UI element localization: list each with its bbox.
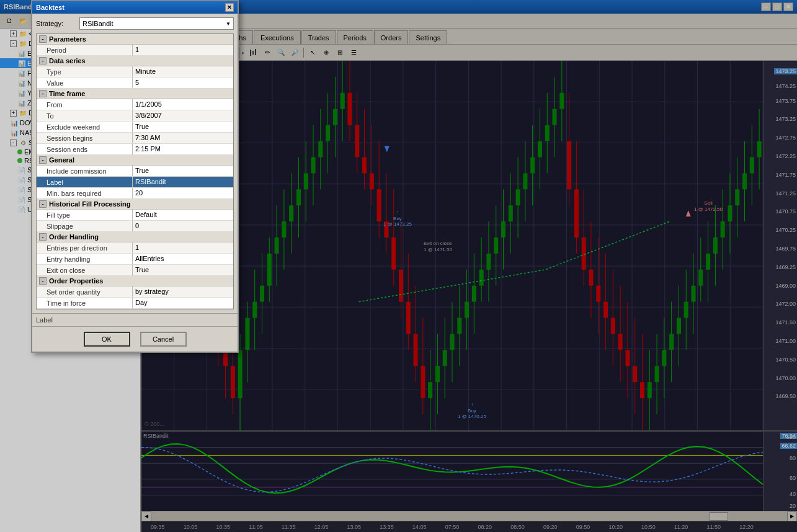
modal-overlay: Backtest ✕ Strategy: RSIBandit ▼ — [141, 29, 797, 532]
cancel-button[interactable]: Cancel — [141, 332, 187, 347]
prop-value[interactable]: True — [141, 166, 233, 176]
prop-row-session-begins: Session begins 7:30 AM — [141, 133, 233, 144]
prop-value[interactable]: AllEntries — [141, 254, 233, 264]
prop-row-entry-handling: Entry handling AllEntries — [141, 254, 233, 265]
prop-value[interactable]: 2:15 PM — [141, 144, 233, 154]
dialog-content: Strategy: RSIBandit ▼ - Parameters — [141, 29, 238, 313]
section-parameters: - Parameters — [141, 34, 233, 45]
section-order-handling: - Order Handling — [141, 232, 233, 242]
prop-value[interactable]: 1 — [141, 242, 233, 253]
prop-row-from: From 1/1/2005 — [141, 99, 233, 110]
prop-row-to: To 3/8/2007 — [141, 110, 233, 122]
prop-row-minbars: Min. bars required 20 — [141, 188, 233, 199]
prop-value[interactable]: 3/8/2007 — [141, 110, 233, 121]
prop-row-type: Type Minute — [141, 66, 233, 78]
content-area: Summary Chart Graphs Executions Trades P… — [141, 29, 797, 532]
strategy-combo[interactable]: RSIBandit ▼ — [141, 29, 234, 30]
prop-value[interactable]: True — [141, 265, 233, 275]
prop-value[interactable]: Day — [141, 298, 233, 308]
prop-value[interactable]: 5 — [141, 78, 233, 88]
dialog-status: Label — [141, 313, 238, 326]
section-timeframe: - Time frame — [141, 89, 233, 99]
prop-row-time-in-force: Time in force Day — [141, 298, 233, 309]
property-grid: - Parameters Period 1 - Data series — [141, 33, 234, 309]
section-order-properties: - Order Properties — [141, 276, 233, 286]
section-general: - General — [141, 155, 233, 166]
prop-value[interactable]: 1/1/2005 — [141, 99, 233, 110]
prop-row-commission: Include commission True — [141, 166, 233, 177]
section-historical-fill: - Historical Fill Processing — [141, 199, 233, 210]
prop-value[interactable]: Minute — [141, 66, 233, 77]
backtest-dialog: Backtest ✕ Strategy: RSIBandit ▼ — [141, 29, 239, 353]
prop-value[interactable]: 0 — [141, 221, 233, 231]
prop-row-set-quantity: Set order quantity by strategy — [141, 286, 233, 298]
prop-row-entries-per-dir: Entries per direction 1 — [141, 242, 233, 254]
prop-row-exclude-weekend: Exclude weekend True — [141, 122, 233, 133]
prop-value[interactable]: Default — [141, 210, 233, 220]
prop-row-exit-on-close: Exit on close True — [141, 265, 233, 276]
prop-value[interactable]: 20 — [141, 188, 233, 198]
section-dataseries: - Data series — [141, 56, 233, 66]
dialog-buttons: OK Cancel — [141, 326, 238, 352]
prop-row-label[interactable]: Label RSIBandit — [141, 177, 233, 188]
strategy-row: Strategy: RSIBandit ▼ — [141, 29, 234, 30]
main-layout: + 📁 <On the fly> - 📁 Default 📊 ER2 06-07… — [0, 29, 797, 532]
prop-value[interactable]: True — [141, 122, 233, 132]
prop-value[interactable]: 7:30 AM — [141, 133, 233, 143]
prop-row-value: Value 5 — [141, 78, 233, 89]
prop-row-filltype: Fill type Default — [141, 210, 233, 221]
prop-row-period: Period 1 — [141, 45, 233, 56]
prop-value[interactable]: RSIBandit — [141, 177, 233, 187]
prop-value[interactable]: 1 — [141, 45, 233, 55]
prop-value[interactable]: by strategy — [141, 286, 233, 297]
prop-row-slippage: Slippage 0 — [141, 221, 233, 232]
prop-row-session-ends: Session ends 2:15 PM — [141, 144, 233, 155]
